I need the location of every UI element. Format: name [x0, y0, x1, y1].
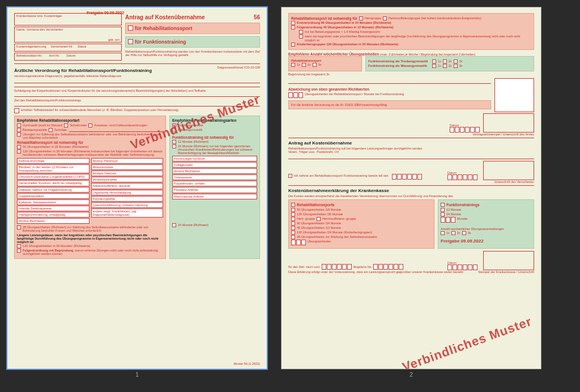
condition-item: Multiple Sklerose: [91, 171, 164, 176]
signature-krankenkasse[interactable]: [483, 251, 534, 270]
condition-item: Querschnittlähmung, schwere Lähmung: [91, 202, 164, 208]
condition-item: andere vergl. Krankheit(en) (vgl. Diagno…: [91, 208, 164, 218]
condition-item: Polyneuropathie: [91, 196, 164, 202]
label-geb: geb. am: [108, 38, 120, 41]
page-2-wrapper: Verbindliches Muster Rehabilitationsspor…: [281, 7, 541, 378]
condition-item: Organische Hirnschädigung: [91, 190, 164, 195]
condition-item: Niereninsuffizienz, terminal: [91, 183, 164, 189]
funk-box: Empfohlene Funktionstrainingsarten Trock…: [169, 116, 260, 259]
blank-box: [494, 78, 534, 112]
condition-item: Kollagenosen: [172, 162, 257, 168]
page-number-2: 2: [410, 372, 413, 378]
condition-item: Psoriasis-Arthritis: [172, 187, 257, 193]
freigabe-stamp: Freigabe 09.09.2022: [87, 11, 124, 15]
signature-insured[interactable]: [483, 161, 534, 180]
herz-box: Rehabilitationssport ist notwendig für H…: [288, 13, 534, 50]
label-kosten-kenn: Kostenträgerkennung: [16, 45, 46, 50]
subtext: Rehabilitationssport/Funktionstraining w…: [125, 50, 260, 57]
page-1[interactable]: Verbindliches Muster Krankenkasse bzw. K…: [7, 7, 267, 369]
checkbox-icon[interactable]: [128, 25, 133, 31]
condition-item: Mukoviszidose: [91, 164, 164, 170]
condition-item: Doppelamputation: [17, 193, 89, 199]
label-name: Name, Vorname des Versicherten: [16, 28, 63, 41]
label-vers-nr: Versicherten-Nr.: [51, 45, 73, 50]
muster-footnote: Muster 56 (1.2023): [234, 362, 260, 365]
form-number: 56: [254, 14, 260, 20]
page-2[interactable]: Verbindliches Muster Rehabilitationsspor…: [281, 7, 541, 369]
condition-item: Osteoporose: [172, 174, 257, 180]
kk-title: Kostenübernahmeerklärung der Krankenkass…: [288, 188, 534, 193]
condition-item: Blindheit, in den letzten 12 Monaten vor…: [17, 164, 89, 173]
kk-foot: Diese Erklärung erfolgt unter der Voraus…: [288, 270, 463, 274]
reha-box-title: Empfohlene Rehabilitationssportart: [17, 118, 163, 122]
condition-item: Morbus Bechterew: [17, 218, 89, 224]
condition-item: Demenzielles Syndrom, leicht bis mittelg…: [17, 180, 89, 186]
condition-item: Asthma bronchiale: [17, 158, 89, 164]
verordnung-sub: verordnungsrelevante Diagnose(n), gegebe…: [14, 74, 152, 78]
condition-item: Intelligenzminderung, mittelgradig: [17, 212, 89, 218]
main-title: Antrag auf Kostenübernahme: [125, 14, 205, 20]
icd-label: Diagnoseschlüssel ICD-10-GM: [218, 66, 261, 78]
langere-dauer: Längere Leistungsdauer, wenn bei kogniti…: [17, 233, 163, 244]
condition-item: Chronisch-obstruktive Lungenkrankheit (C…: [17, 174, 89, 180]
condition-item: Morbus Bechterew: [172, 168, 257, 174]
kk-reha-col: Rehabilitationssports 50 Übungseinheiten…: [288, 199, 434, 248]
condition-item: Infantile Zerebralparese: [17, 206, 89, 211]
label-status: Status: [78, 45, 87, 50]
begr-3x: Begründung bei insgesamt 3x: [288, 73, 534, 76]
checkbox-icon[interactable]: [128, 39, 133, 44]
abweich-title: Abweichung von oben genannten Richtwerte…: [288, 87, 491, 91]
signature-doctor[interactable]: [483, 113, 534, 133]
empf-title: Empfohlene Anzahl wöchentlicher Übungsei…: [288, 52, 379, 56]
page-1-wrapper: Verbindliches Muster Krankenkasse bzw. K…: [7, 7, 267, 378]
condition-item: Epilepsie, therapieresistent: [17, 199, 89, 205]
condition-item: Morbus Parkinson: [91, 158, 164, 164]
label-datum: Datum: [66, 54, 75, 59]
condition-item: Diabetes mellitus mit Folgeerkrankung: [17, 187, 89, 193]
condition-item: Polyarthrosen, schwer: [172, 181, 257, 186]
kk-funk-col: Funktionstrainings 12 Monate 24 Monate M…: [438, 199, 534, 248]
freigabe-stamp-2: Freigabe 09.09.2022: [441, 238, 531, 244]
label-arzt: Arzt-Nr.: [49, 54, 60, 59]
page-number-1: 1: [135, 372, 139, 378]
antrag-title: Antrag auf Kostenübernahme: [288, 140, 534, 146]
verordnung-title: Ärztliche Verordnung für Rehabilitations…: [14, 68, 152, 73]
condition-item: Fibromyalgie-Syndrom: [172, 156, 257, 161]
label-betrieb: Betriebsstätten-Nr.: [16, 54, 42, 59]
label-krankenkasse: Krankenkasse bzw. Kostenträger: [16, 14, 62, 24]
ebm-note: Für die ärztliche Verordnung ist die Nr.…: [288, 100, 491, 109]
condition-item: Rheumatoide Arthritis: [172, 194, 257, 199]
opt-reha-sport[interactable]: für Rehabilitationssport: [125, 23, 260, 34]
opt-funktionstraining[interactable]: für Funktionstraining: [125, 36, 260, 48]
watermark-icon: Verbindliches Muster: [400, 314, 534, 369]
condition-item: Muskeldystrophie: [91, 177, 164, 182]
cb-teilhabe[interactable]: [14, 108, 19, 113]
teilhabe: erhöhter Teilhabebedarf für schwerstbehi…: [21, 108, 178, 112]
